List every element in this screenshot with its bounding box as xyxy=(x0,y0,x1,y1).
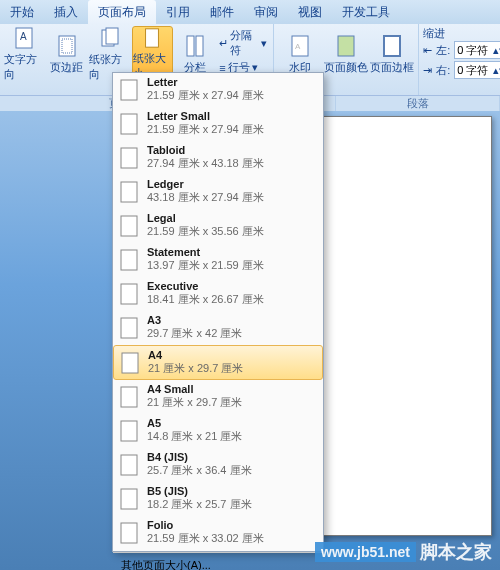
breaks-icon: ↵ xyxy=(219,37,228,50)
svg-rect-5 xyxy=(106,28,118,44)
svg-rect-22 xyxy=(121,387,137,407)
paper-size-dropdown: Letter21.59 厘米 x 27.94 厘米Letter Small21.… xyxy=(112,72,324,552)
size-option-folio[interactable]: Folio21.59 厘米 x 33.02 厘米 xyxy=(113,516,323,550)
size-option-b4--jis-[interactable]: B4 (JIS)25.7 厘米 x 36.4 厘米 xyxy=(113,448,323,482)
svg-rect-17 xyxy=(121,216,137,236)
more-paper-sizes[interactable]: 其他页面大小(A)... xyxy=(113,552,323,570)
svg-rect-20 xyxy=(121,318,137,338)
svg-text:A: A xyxy=(20,31,27,42)
page-icon xyxy=(119,487,139,511)
size-option-letter-small[interactable]: Letter Small21.59 厘米 x 27.94 厘米 xyxy=(113,107,323,141)
indent-right-input[interactable]: ▴▾ xyxy=(454,61,500,79)
page-border-button[interactable]: 页面边框 xyxy=(370,26,414,82)
tab-bar: 开始插入页面布局引用邮件审阅视图开发工具 xyxy=(0,0,500,24)
size-option-statement[interactable]: Statement13.97 厘米 x 21.59 厘米 xyxy=(113,243,323,277)
size-option-a4-small[interactable]: A4 Small21 厘米 x 29.7 厘米 xyxy=(113,380,323,414)
size-option-tabloid[interactable]: Tabloid27.94 厘米 x 43.18 厘米 xyxy=(113,141,323,175)
document-page[interactable] xyxy=(312,116,492,536)
svg-text:A: A xyxy=(295,42,301,51)
size-option-letter[interactable]: Letter21.59 厘米 x 27.94 厘米 xyxy=(113,73,323,107)
svg-rect-18 xyxy=(121,250,137,270)
breaks-button[interactable]: ↵分隔符 ▾ xyxy=(219,28,267,58)
svg-rect-19 xyxy=(121,284,137,304)
size-option-executive[interactable]: Executive18.41 厘米 x 26.67 厘米 xyxy=(113,277,323,311)
indent-left-input[interactable]: ▴▾ xyxy=(454,41,500,59)
size-option-ledger[interactable]: Ledger43.18 厘米 x 27.94 厘米 xyxy=(113,175,323,209)
paragraph-group: 缩进 ⇤左:▴▾ ⇥右:▴▾ 间距 ⇡段前:▴▾ ⇣段后:▴▾ xyxy=(419,24,500,95)
tab-邮件[interactable]: 邮件 xyxy=(200,0,244,24)
page-icon xyxy=(119,453,139,477)
page-icon xyxy=(119,248,139,272)
size-option-legal[interactable]: Legal21.59 厘米 x 35.56 厘米 xyxy=(113,209,323,243)
margins-button[interactable]: 页边距 xyxy=(47,26,88,82)
tab-插入[interactable]: 插入 xyxy=(44,0,88,24)
page-icon xyxy=(119,78,139,102)
page-icon xyxy=(119,214,139,238)
svg-rect-12 xyxy=(384,36,400,56)
svg-rect-11 xyxy=(338,36,354,56)
svg-rect-8 xyxy=(196,36,203,56)
size-option-a4[interactable]: A421 厘米 x 29.7 厘米 xyxy=(113,345,323,380)
svg-rect-6 xyxy=(146,29,159,47)
indent-left-icon: ⇤ xyxy=(423,44,432,57)
indent-label: 缩进 xyxy=(423,26,500,41)
size-option-b5--jis-[interactable]: B5 (JIS)18.2 厘米 x 25.7 厘米 xyxy=(113,482,323,516)
svg-rect-15 xyxy=(121,148,137,168)
size-option-a5[interactable]: A514.8 厘米 x 21 厘米 xyxy=(113,414,323,448)
page-icon xyxy=(119,385,139,409)
page-icon xyxy=(119,419,139,443)
tab-页面布局[interactable]: 页面布局 xyxy=(88,0,156,24)
page-icon xyxy=(119,180,139,204)
indent-right-icon: ⇥ xyxy=(423,64,432,77)
page-icon xyxy=(119,146,139,170)
svg-rect-14 xyxy=(121,114,137,134)
svg-rect-7 xyxy=(187,36,194,56)
tab-开始[interactable]: 开始 xyxy=(0,0,44,24)
page-icon xyxy=(119,521,139,545)
tab-视图[interactable]: 视图 xyxy=(288,0,332,24)
svg-rect-24 xyxy=(121,455,137,475)
svg-rect-21 xyxy=(122,353,138,373)
tab-引用[interactable]: 引用 xyxy=(156,0,200,24)
size-option-a3[interactable]: A329.7 厘米 x 42 厘米 xyxy=(113,311,323,345)
page-icon xyxy=(120,351,140,375)
svg-rect-13 xyxy=(121,80,137,100)
page-icon xyxy=(119,282,139,306)
svg-rect-23 xyxy=(121,421,137,441)
tab-开发工具[interactable]: 开发工具 xyxy=(332,0,400,24)
page-icon xyxy=(119,316,139,340)
svg-rect-16 xyxy=(121,182,137,202)
tab-审阅[interactable]: 审阅 xyxy=(244,0,288,24)
svg-rect-25 xyxy=(121,489,137,509)
text-direction-button[interactable]: A文字方向 xyxy=(4,26,45,82)
svg-rect-26 xyxy=(121,523,137,543)
page-icon xyxy=(119,112,139,136)
site-watermark: www.jb51.net 脚本之家 xyxy=(315,540,492,564)
page-color-button[interactable]: 页面颜色 xyxy=(324,26,368,82)
